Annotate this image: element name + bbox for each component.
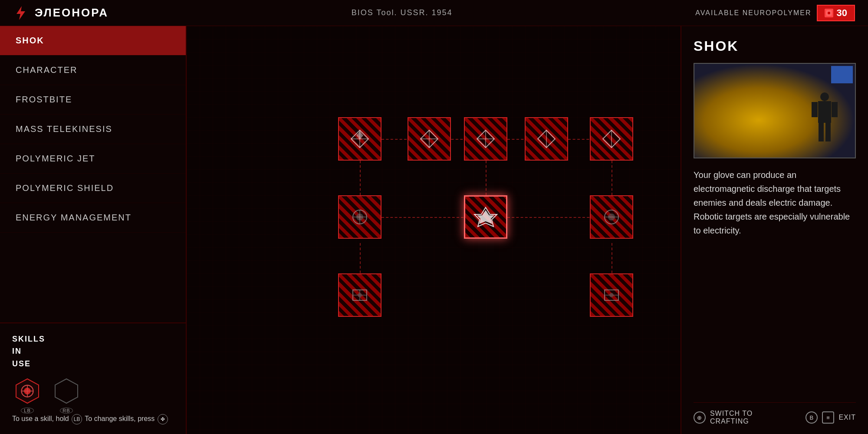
sidebar-item-energy-management[interactable]: ENERGY MANAGEMENT (0, 203, 186, 233)
exit-button-b-icon: B (806, 411, 818, 424)
polymer-icon-svg (825, 10, 832, 16)
connector-v-col2 (486, 161, 487, 195)
node-icon-r2-c4 (598, 282, 625, 308)
header-logo (13, 5, 29, 21)
svg-point-37 (609, 293, 614, 297)
detail-image-inner (694, 64, 855, 158)
svg-rect-38 (820, 92, 829, 101)
skill-slot-2[interactable]: RB (51, 377, 82, 408)
skill-grid (295, 117, 572, 343)
skill-node-r0-c4[interactable] (590, 117, 633, 161)
skills-in-use-section: SKILLSINUSE (0, 322, 186, 434)
blue-background-shape (831, 66, 853, 83)
logo-icon (13, 5, 29, 21)
connector-v-col0 (360, 161, 361, 195)
slot-2-button-label: RB (60, 408, 73, 414)
character-name: ЭЛЕОНОРА (35, 6, 108, 20)
main-layout: SHOK CHARACTER FROSTBITE MASS TELEKINESI… (0, 26, 868, 434)
detail-description: Your glove can produce an electromagneti… (694, 168, 856, 402)
svg-point-34 (358, 293, 362, 297)
dpad-button: ✤ (158, 414, 168, 424)
node-icon-r1-c4 (598, 204, 625, 230)
neuropolymer-count: 30 (817, 5, 855, 21)
exit-button-label: EXIT (838, 414, 856, 421)
svg-rect-42 (819, 122, 824, 141)
node-icon-r0-c2 (473, 126, 499, 152)
header-right: AVAILABLE NEUROPOLYMER 30 (695, 5, 855, 21)
screen: ЭЛЕОНОРА BIOS Tool. USSR. 1954 AVAILABLE… (0, 0, 868, 434)
header-left: ЭЛЕОНОРА (13, 5, 108, 21)
detail-footer: ⊕ SWITCH TO CRAFTING B ≡ EXIT (694, 402, 856, 425)
skill-node-r0-c0[interactable] (338, 117, 381, 161)
svg-marker-8 (55, 379, 78, 403)
crafting-button-icon: ⊕ (694, 411, 706, 424)
node-icon-r2-c0 (347, 282, 373, 308)
character-figure (803, 88, 846, 158)
skill-node-r1-c4[interactable] (590, 195, 633, 239)
neuropolymer-number: 30 (837, 7, 847, 19)
connector-v-col4 (612, 161, 612, 195)
skill-tree-area (187, 26, 681, 434)
skill-node-r1-c2-selected[interactable] (464, 195, 507, 239)
node-icon-r0-c0 (347, 126, 373, 152)
node-icon-r1-c0 (347, 204, 373, 230)
crafting-button-label: SWITCH TO CRAFTING (710, 410, 794, 425)
connector-v2-col4 (612, 243, 612, 278)
svg-rect-39 (818, 101, 831, 123)
skill-slot-1[interactable]: LB (12, 377, 43, 408)
svg-marker-27 (477, 210, 494, 224)
skill-slot-1-icon (20, 383, 35, 399)
sidebar-item-shok[interactable]: SHOK (0, 26, 186, 56)
skill-node-r0-c2[interactable] (464, 117, 507, 161)
node-icon-r0-c3 (533, 126, 559, 152)
header: ЭЛЕОНОРА BIOS Tool. USSR. 1954 AVAILABLE… (0, 0, 868, 26)
svg-rect-41 (832, 102, 838, 117)
svg-rect-2 (828, 12, 830, 14)
node-icon-r1-c2 (473, 204, 499, 230)
lb-button: LB (72, 414, 82, 424)
sidebar-item-polymeric-shield[interactable]: POLYMERIC SHIELD (0, 174, 186, 203)
neuropolymer-icon (825, 9, 833, 17)
switch-to-crafting-button[interactable]: ⊕ SWITCH TO CRAFTING (694, 410, 793, 425)
svg-rect-40 (812, 102, 818, 117)
connector-v2-col0 (360, 243, 361, 278)
skill-node-r2-c0[interactable] (338, 273, 381, 317)
detail-skill-name: SHOK (694, 38, 856, 54)
svg-marker-0 (16, 6, 25, 20)
hex-slot-2 (53, 377, 80, 405)
skills-label: SKILLSINUSE (12, 333, 174, 370)
sidebar-item-character[interactable]: CHARACTER (0, 56, 186, 85)
exit-button-menu-icon: ≡ (822, 411, 834, 424)
detail-image (694, 63, 856, 158)
skill-node-r2-c4[interactable] (590, 273, 633, 317)
sidebar: SHOK CHARACTER FROSTBITE MASS TELEKINESI… (0, 26, 187, 434)
sidebar-item-polymeric-jet[interactable]: POLYMERIC JET (0, 144, 186, 174)
skill-slots: LB RB (12, 377, 174, 408)
skill-node-r1-c0[interactable] (338, 195, 381, 239)
skill-node-r0-c1[interactable] (408, 117, 451, 161)
skills-hint: To use a skill, hold LB To change skills… (12, 414, 174, 424)
slot-1-button-label: LB (21, 408, 34, 414)
node-icon-r0-c1 (416, 126, 442, 152)
svg-rect-43 (825, 122, 831, 141)
node-icon-r0-c4 (598, 126, 625, 152)
skill-node-r0-c3[interactable] (525, 117, 568, 161)
hex-slot-1 (13, 377, 41, 405)
sidebar-item-frostbite[interactable]: FROSTBITE (0, 85, 186, 115)
exit-button[interactable]: B ≡ EXIT (806, 411, 856, 424)
sidebar-item-mass-telekinesis[interactable]: MASS TELEKINESIS (0, 115, 186, 144)
sidebar-nav: SHOK CHARACTER FROSTBITE MASS TELEKINESI… (0, 26, 186, 322)
header-title: BIOS Tool. USSR. 1954 (352, 8, 453, 17)
detail-panel: SHOK Your glov (681, 26, 868, 434)
neuropolymer-label: AVAILABLE NEUROPOLYMER (695, 9, 811, 17)
